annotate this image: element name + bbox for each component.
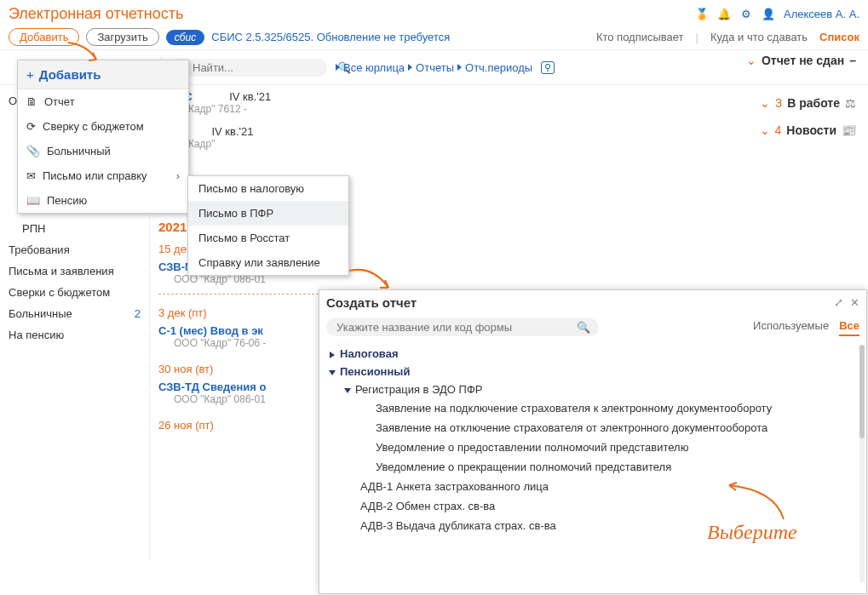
tree-leaf[interactable]: Заявление на отключение страхователя от …	[376, 418, 856, 438]
sidebar-item-requirements[interactable]: Требования	[0, 239, 149, 260]
refresh-icon: ⟳	[26, 120, 36, 133]
bell-icon[interactable]: 🔔	[717, 8, 731, 21]
scrollbar[interactable]	[859, 345, 865, 583]
tree-leaf[interactable]: АДВ-2 Обмен страх. св-ва	[360, 496, 856, 516]
crumb-reports[interactable]: Отчеты	[416, 61, 454, 74]
report-period: IV кв.'21	[211, 125, 253, 138]
annotation-note: Выберите	[707, 521, 797, 544]
document-icon: 🗎	[26, 95, 37, 108]
search-icon[interactable]: 🔍	[577, 321, 590, 334]
close-icon[interactable]: ✕	[850, 296, 859, 309]
report-title[interactable]: СЗВ-ТД Сведения о	[158, 380, 266, 393]
crumb-all-entities[interactable]: Все юрлица	[343, 61, 405, 74]
badge-count: 2	[135, 307, 141, 320]
tree-group-tax[interactable]: Налоговая	[330, 345, 856, 363]
date-group: 10 я	[158, 155, 859, 176]
search-input-wrap[interactable]: 🔍 🔍	[165, 59, 327, 77]
panel-search-input[interactable]	[335, 320, 577, 335]
menu-item-pension[interactable]: 📖Пенсию	[18, 188, 188, 213]
tree-leaf[interactable]: Уведомление о прекращении полномочий пре…	[376, 457, 856, 477]
submenu-rosstat[interactable]: Письмо в Росстат	[188, 226, 348, 250]
expand-icon[interactable]: ⤢	[834, 296, 843, 309]
tree-leaf[interactable]: Заявление на подключение страхователя к …	[376, 398, 856, 418]
mail-icon: ✉	[26, 169, 36, 182]
menu-item-report[interactable]: 🗎Отчет	[18, 89, 188, 114]
book-icon: 📖	[26, 194, 40, 207]
chevron-right-icon	[457, 64, 462, 71]
tree-group-pension[interactable]: Пенсионный	[330, 363, 856, 380]
tab-list[interactable]: Список	[819, 31, 859, 43]
submenu-pfr[interactable]: Письмо в ПФР	[188, 201, 348, 226]
sbis-logo: сбис	[166, 30, 204, 45]
award-icon[interactable]: 🏅	[695, 8, 709, 21]
add-dropdown: +Добавить 🗎Отчет ⟳Сверку с бюджетом 📎Бол…	[17, 60, 189, 214]
tree-group-edo-pfr[interactable]: Регистрация в ЭДО ПФР	[345, 380, 856, 398]
tree-leaf[interactable]: АДВ-1 Анкета застрахованного лица	[360, 477, 856, 496]
add-dropdown-header: +Добавить	[18, 60, 188, 89]
add-button[interactable]: Добавить	[9, 28, 79, 46]
report-org: О "Кадр" 7612 -	[174, 103, 859, 115]
crumb-periods[interactable]: Отч.периоды	[465, 61, 532, 74]
sidebar-item-sick[interactable]: Больничные2	[0, 303, 149, 324]
link-who-signs[interactable]: Кто подписывает	[596, 31, 684, 43]
gear-icon[interactable]: ⚙	[739, 8, 753, 21]
sidebar-item-rpn[interactable]: РПН	[0, 218, 149, 239]
tab-used[interactable]: Используемые	[753, 319, 829, 336]
user-name[interactable]: Алексеев А. А.	[784, 8, 859, 20]
menu-item-sverka[interactable]: ⟳Сверку с бюджетом	[18, 114, 188, 139]
sidebar-item-pension[interactable]: На пенсию	[0, 324, 149, 346]
link-where-submit[interactable]: Куда и что сдавать	[710, 31, 808, 43]
chevron-down-icon: ⌄	[746, 54, 756, 67]
letter-submenu: Письмо в налоговую Письмо в ПФР Письмо в…	[187, 175, 349, 276]
submenu-tax[interactable]: Письмо в налоговую	[188, 176, 348, 201]
triangle-right-icon	[330, 352, 335, 358]
report-org: О "Кадр"	[174, 138, 859, 150]
status-not-submitted[interactable]: ⌄ Отчет не сдан –	[746, 54, 856, 67]
clip-icon: 📎	[26, 145, 40, 157]
triangle-down-icon	[344, 388, 351, 393]
chevron-right-icon	[336, 64, 340, 71]
breadcrumb: Все юрлица Отчеты Отч.периоды ⚲	[336, 61, 555, 74]
panel-search-wrap[interactable]: 🔍	[326, 318, 599, 336]
tab-all[interactable]: Все	[839, 319, 859, 336]
tree-leaf[interactable]: Уведомление о предоставлении полномочий …	[376, 438, 856, 457]
scrollbar-thumb[interactable]	[859, 345, 865, 438]
create-report-panel: Создать отчет ⤢ ✕ 🔍 Используемые Все Нал…	[319, 289, 867, 594]
panel-title: Создать отчет	[326, 295, 417, 310]
submenu-spravka[interactable]: Справку или заявление	[188, 250, 348, 275]
sidebar-item-letters[interactable]: Письма и заявления	[0, 260, 149, 282]
triangle-down-icon	[329, 370, 336, 375]
menu-item-sick[interactable]: 📎Больничный	[18, 139, 188, 163]
sidebar-item-sverki[interactable]: Сверки с бюджетом	[0, 282, 149, 303]
filter-icon[interactable]: ⚲	[541, 61, 555, 74]
report-period: IV кв.'21	[229, 90, 271, 103]
load-button[interactable]: Загрузить	[86, 28, 158, 46]
chevron-right-icon: ›	[176, 169, 180, 182]
menu-item-letter[interactable]: ✉Письмо или справку›	[18, 163, 188, 188]
user-icon: 👤	[762, 8, 775, 21]
search-input[interactable]	[191, 60, 337, 75]
chevron-right-icon	[408, 64, 412, 71]
version-status: СБИС 2.5.325/6525. Обновление не требует…	[211, 31, 450, 43]
report-title[interactable]: С-1 (мес) Ввод в эк	[158, 324, 263, 337]
page-title: Электронная отчетность	[9, 5, 183, 23]
